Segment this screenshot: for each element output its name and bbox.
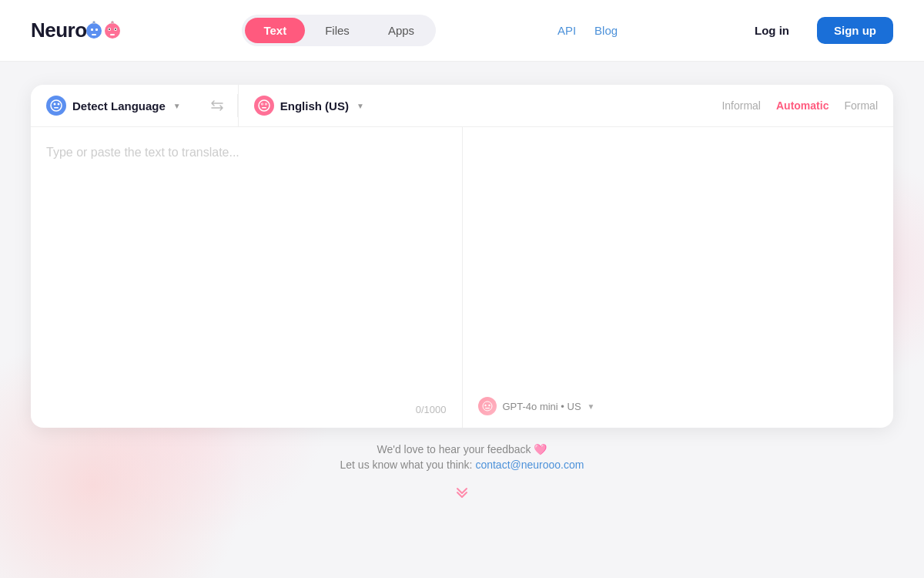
model-icon <box>478 397 497 415</box>
svg-rect-27 <box>485 408 490 408</box>
model-chevron-icon: ▼ <box>588 402 595 411</box>
svg-point-5 <box>92 21 95 23</box>
nav-right: Log in Sign up <box>739 17 893 44</box>
tone-automatic[interactable]: Automatic <box>776 99 829 112</box>
model-label: GPT-4o mini • US <box>503 401 581 412</box>
svg-point-21 <box>262 103 263 105</box>
svg-point-22 <box>266 103 267 105</box>
tab-text[interactable]: Text <box>245 18 305 43</box>
svg-rect-3 <box>92 34 96 35</box>
svg-point-25 <box>484 405 486 406</box>
logo-icon <box>85 18 121 43</box>
svg-point-15 <box>54 103 56 106</box>
svg-point-9 <box>109 29 110 30</box>
nav-link-api[interactable]: API <box>557 24 576 37</box>
tab-apps[interactable]: Apps <box>370 18 433 43</box>
translator-toolbar: Detect Language ▼ <box>31 85 893 127</box>
footer: We'd love to hear your feedback 🩷 Let us… <box>340 428 584 508</box>
login-button[interactable]: Log in <box>739 17 805 44</box>
source-lang-icon <box>46 96 66 116</box>
svg-rect-2 <box>95 29 98 31</box>
nav-tabs: Text Files Apps <box>242 15 436 46</box>
svg-rect-1 <box>91 29 93 31</box>
swap-icon <box>209 98 225 113</box>
target-lang-label: English (US) <box>280 99 349 113</box>
tone-formal[interactable]: Formal <box>844 99 878 112</box>
source-lang-label: Detect Language <box>72 99 166 113</box>
target-lang-icon <box>254 96 274 116</box>
scroll-indicator <box>340 482 584 500</box>
tab-files[interactable]: Files <box>306 18 368 43</box>
swap-languages-button[interactable] <box>203 95 231 116</box>
svg-rect-23 <box>262 107 266 109</box>
svg-rect-17 <box>54 107 59 109</box>
tone-options: Informal Automatic Formal <box>721 99 893 112</box>
logo[interactable]: Neuro <box>31 18 121 43</box>
svg-point-10 <box>115 29 116 30</box>
target-lang-chevron: ▼ <box>357 102 364 110</box>
svg-point-13 <box>111 21 113 23</box>
svg-point-14 <box>51 100 62 111</box>
svg-point-16 <box>58 103 60 106</box>
svg-point-18 <box>259 100 270 111</box>
svg-point-24 <box>483 402 492 411</box>
source-text-input[interactable] <box>46 143 447 412</box>
char-count: 0/1000 <box>416 404 447 415</box>
header: Neuro Text Files Apps API Blog <box>0 0 924 62</box>
contact-text: Let us know what you think: contact@neur… <box>340 459 584 471</box>
signup-button[interactable]: Sign up <box>817 17 893 44</box>
main-content: Detect Language ▼ <box>0 62 924 523</box>
feedback-text: We'd love to hear your feedback 🩷 <box>340 443 584 455</box>
contact-email-link[interactable]: contact@neurooo.com <box>475 459 584 471</box>
source-lang-chevron: ▼ <box>173 102 181 110</box>
target-panel: GPT-4o mini • US ▼ <box>463 127 894 428</box>
logo-text: Neuro <box>31 18 87 42</box>
svg-point-26 <box>488 405 490 406</box>
translation-output <box>478 143 879 412</box>
translation-panels: 0/1000 GPT-4o mini • US <box>31 127 893 428</box>
svg-rect-11 <box>110 34 115 35</box>
translator-card: Detect Language ▼ <box>31 85 893 428</box>
target-lang-selector[interactable]: English (US) ▼ <box>238 85 380 126</box>
nav-link-blog[interactable]: Blog <box>594 24 618 37</box>
source-lang-selector[interactable]: Detect Language ▼ <box>31 85 197 126</box>
tone-informal[interactable]: Informal <box>721 99 761 112</box>
double-chevron-down-icon <box>453 482 471 500</box>
nav-center: API Blog <box>557 24 618 37</box>
model-selector[interactable]: GPT-4o mini • US ▼ <box>478 397 595 415</box>
source-panel: 0/1000 <box>31 127 463 428</box>
